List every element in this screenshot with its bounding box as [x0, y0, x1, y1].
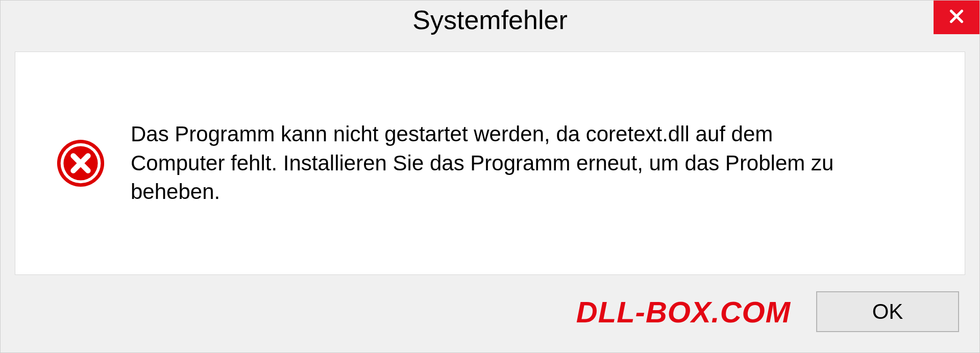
close-icon: [947, 7, 966, 28]
dialog-title: Systemfehler: [412, 1, 567, 35]
error-dialog: Systemfehler Das Programm kann nicht ges…: [0, 0, 980, 353]
watermark-text: DLL-BOX.COM: [576, 295, 791, 329]
error-icon: [56, 139, 105, 188]
error-message: Das Programm kann nicht gestartet werden…: [131, 120, 934, 207]
titlebar: Systemfehler: [1, 1, 979, 41]
ok-button[interactable]: OK: [816, 291, 959, 332]
content-area: Das Programm kann nicht gestartet werden…: [15, 52, 965, 275]
dialog-footer: DLL-BOX.COM OK: [1, 275, 979, 352]
close-button[interactable]: [934, 1, 979, 34]
